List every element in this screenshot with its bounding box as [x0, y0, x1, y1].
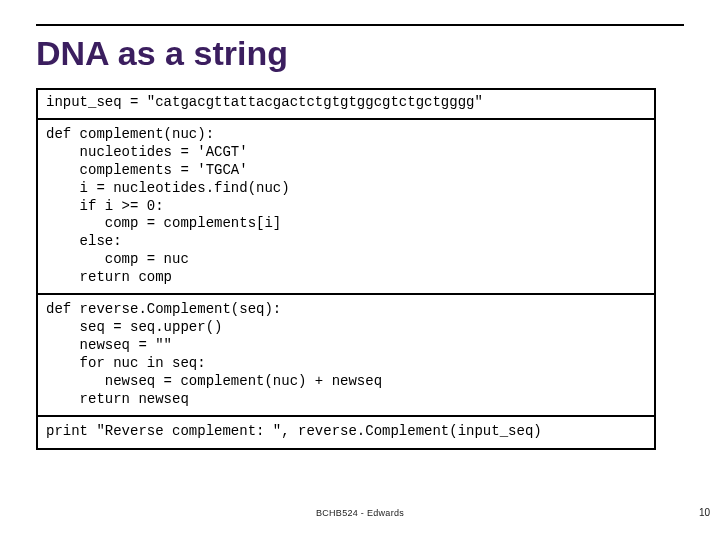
code-line-input: input_seq = "catgacgttattacgactctgtgtggc…: [46, 94, 646, 112]
code-divider-2: [38, 293, 654, 295]
slide-title: DNA as a string: [36, 34, 288, 73]
code-divider-1: [38, 118, 654, 120]
slide: DNA as a string input_seq = "catgacgttat…: [0, 0, 720, 540]
page-number: 10: [699, 507, 710, 518]
code-block-complement: def complement(nuc): nucleotides = 'ACGT…: [46, 126, 646, 287]
code-box: input_seq = "catgacgttattacgactctgtgtggc…: [36, 88, 656, 450]
footer-note: BCHB524 - Edwards: [316, 508, 404, 518]
top-divider: [36, 24, 684, 26]
code-line-print: print "Reverse complement: ", reverse.Co…: [46, 423, 646, 441]
code-divider-3: [38, 415, 654, 417]
code-block-revcomp: def reverse.Complement(seq): seq = seq.u…: [46, 301, 646, 408]
